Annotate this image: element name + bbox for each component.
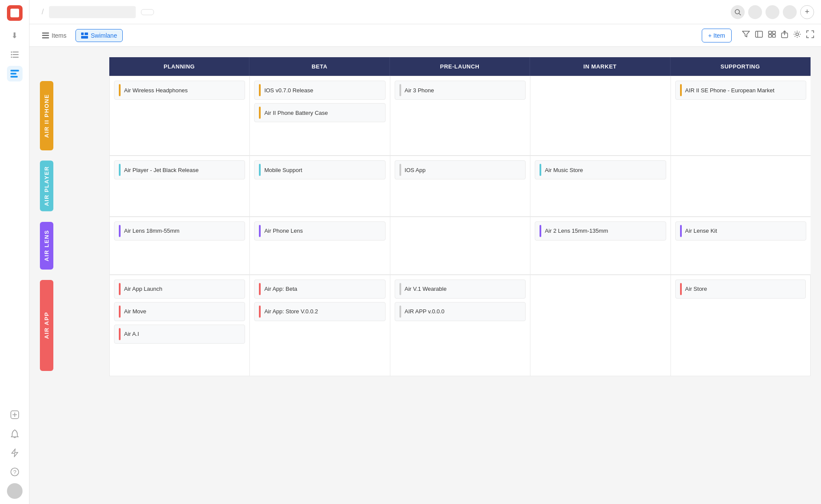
- card-air-app--beta[interactable]: Air App: Beta: [254, 280, 385, 299]
- card-color-dot: [119, 283, 121, 295]
- cell-air-app-col-3: [530, 275, 670, 376]
- view-settings-icon[interactable]: [755, 31, 763, 40]
- svg-rect-18: [42, 37, 49, 39]
- user-icon-1[interactable]: [748, 5, 762, 19]
- sidebar-icon-roadmap[interactable]: [7, 66, 23, 81]
- card-air-2-lens-15mm-135mm[interactable]: Air 2 Lens 15mm-135mm: [535, 221, 666, 241]
- user-icon-2[interactable]: [765, 5, 779, 19]
- card-color-dot: [399, 306, 401, 318]
- svg-point-5: [11, 57, 12, 58]
- row-label-text-air-app: AIR APP: [40, 280, 53, 371]
- app-logo[interactable]: [7, 5, 23, 21]
- card-label: Air Lense Kit: [685, 228, 717, 234]
- card-color-dot: [399, 84, 401, 96]
- card-air-wireless-headphones[interactable]: Air Wireless Headphones: [114, 81, 245, 100]
- card-color-dot: [399, 164, 401, 176]
- card-air-player---jet-black-release[interactable]: Air Player - Jet Black Release: [114, 160, 245, 179]
- tab-items[interactable]: Items: [36, 29, 72, 42]
- cell-air-ii-phone-col-2: Air 3 Phone: [390, 76, 530, 156]
- settings-icon[interactable]: [793, 30, 801, 40]
- card-air-ii-se-phone---european-mar[interactable]: AIR II SE Phone - European Market: [675, 81, 806, 100]
- cell-air-player-col-4: [671, 156, 811, 217]
- filter-icon[interactable]: [742, 31, 750, 40]
- card-label: AIR II SE Phone - European Market: [685, 87, 775, 94]
- card-label: AIR APP v.0.0.0: [405, 308, 445, 315]
- card-air-app-launch[interactable]: Air App Launch: [114, 280, 245, 299]
- card-air-ii-phone-battery-case[interactable]: Air II Phone Battery Case: [254, 103, 385, 122]
- card-color-dot: [680, 283, 682, 295]
- export-icon[interactable]: [781, 30, 788, 40]
- svg-rect-24: [769, 31, 772, 34]
- col-header-planning: PLANNING: [109, 57, 249, 76]
- card-label: Air 2 Lens 15mm-135mm: [545, 228, 608, 234]
- cell-air-app-col-1: Air App: BetaAir App: Store V.0.0.2: [249, 275, 389, 376]
- card-mobile-support[interactable]: Mobile Support: [254, 160, 385, 179]
- card-air-music-store[interactable]: Air Music Store: [535, 160, 666, 179]
- swimlane-board: PLANNINGBETAPRE-LAUNCHIN MARKETSUPPORTIN…: [40, 57, 811, 376]
- svg-point-29: [796, 33, 798, 36]
- grid-icon[interactable]: [768, 31, 776, 40]
- cell-air-app-col-2: Air V.1 WearableAIR APP v.0.0.0: [390, 275, 530, 376]
- col-header-in-market: IN MARKET: [530, 57, 670, 76]
- add-view-button[interactable]: [141, 9, 154, 15]
- svg-rect-0: [13, 52, 19, 52]
- svg-rect-2: [13, 57, 19, 58]
- svg-rect-21: [81, 36, 88, 39]
- add-user-button[interactable]: +: [800, 5, 814, 19]
- header-icons: +: [731, 5, 814, 19]
- cell-air-app-col-0: Air App LaunchAir MoveAir A.I: [109, 275, 249, 376]
- sidebar: ⬇ ?: [0, 0, 29, 504]
- user-icon-3[interactable]: [783, 5, 797, 19]
- tab-items-label: Items: [52, 32, 66, 39]
- board-container: PLANNINGBETAPRE-LAUNCHIN MARKETSUPPORTIN…: [29, 47, 821, 504]
- card-air-phone-lens[interactable]: Air Phone Lens: [254, 221, 385, 241]
- card-color-dot: [680, 84, 682, 96]
- card-ios-v0-7-0-release[interactable]: IOS v0.7.0 Release: [254, 81, 385, 100]
- svg-rect-16: [42, 33, 49, 34]
- card-air-store[interactable]: Air Store: [675, 280, 806, 299]
- tab-swimlane[interactable]: Swimlane: [75, 29, 123, 42]
- card-label: Air V.1 Wearable: [405, 286, 447, 292]
- cell-air-lens-col-1: Air Phone Lens: [249, 217, 389, 275]
- toolbar: Items Swimlane + Item: [29, 24, 821, 47]
- sidebar-icon-person-add[interactable]: [7, 407, 23, 423]
- sidebar-icon-bell[interactable]: [7, 426, 23, 442]
- card-color-dot: [259, 84, 261, 96]
- card-air-lens-18mm-55mm[interactable]: Air Lens 18mm-55mm: [114, 221, 245, 241]
- fullscreen-icon[interactable]: [806, 30, 814, 40]
- cell-air-ii-phone-col-0: Air Wireless Headphones: [109, 76, 249, 156]
- toolbar-actions: [742, 30, 814, 40]
- svg-rect-7: [10, 73, 16, 75]
- card-air-move[interactable]: Air Move: [114, 302, 245, 321]
- col-header-supporting: SUPPORTING: [671, 57, 811, 76]
- card-air-3-phone[interactable]: Air 3 Phone: [395, 81, 526, 100]
- card-label: Air Store: [685, 286, 707, 292]
- card-color-dot: [259, 306, 261, 318]
- add-item-label: + Item: [708, 32, 725, 39]
- row-label-air-player: AIR PLAYER: [40, 156, 109, 217]
- card-air-app-v-0-0-0[interactable]: AIR APP v.0.0.0: [395, 302, 526, 321]
- sidebar-icon-help[interactable]: ?: [7, 464, 23, 480]
- card-label: IOS v0.7.0 Release: [264, 87, 313, 94]
- card-air-v-1-wearable[interactable]: Air V.1 Wearable: [395, 280, 526, 299]
- card-ios-app[interactable]: IOS App: [395, 160, 526, 179]
- svg-rect-6: [10, 70, 19, 72]
- cell-air-ii-phone-col-4: AIR II SE Phone - European Market: [671, 76, 811, 156]
- sidebar-icon-list[interactable]: [7, 47, 23, 62]
- sidebar-icon-download[interactable]: ⬇: [7, 28, 23, 43]
- user-avatar[interactable]: [7, 483, 23, 499]
- card-air-lense-kit[interactable]: Air Lense Kit: [675, 221, 806, 241]
- main-content: / + Items Swimlane + Item: [29, 0, 821, 504]
- svg-rect-22: [756, 31, 762, 37]
- cell-air-lens-col-4: Air Lense Kit: [671, 217, 811, 275]
- svg-rect-17: [42, 35, 49, 36]
- card-color-dot: [540, 164, 541, 176]
- sidebar-icon-bolt[interactable]: [7, 445, 23, 461]
- card-air-a-i[interactable]: Air A.I: [114, 325, 245, 344]
- card-air-app--store-v-0-0-2[interactable]: Air App: Store V.0.0.2: [254, 302, 385, 321]
- search-icon-btn[interactable]: [731, 5, 745, 19]
- card-label: Air Player - Jet Black Release: [124, 167, 199, 173]
- add-item-button[interactable]: + Item: [702, 29, 732, 42]
- row-label-air-ii-phone: AIR II PHONE: [40, 76, 109, 156]
- col-header-pre-launch: PRE-LAUNCH: [390, 57, 530, 76]
